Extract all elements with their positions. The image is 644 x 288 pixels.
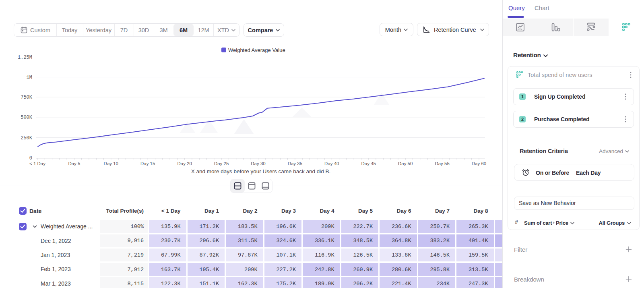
- svg-text:Day 30: Day 30: [251, 161, 265, 166]
- svg-text:Day 20: Day 20: [177, 161, 192, 166]
- svg-text:Day 35: Day 35: [288, 161, 302, 166]
- svg-text:1M: 1M: [27, 75, 32, 81]
- svg-text:250K: 250K: [21, 135, 33, 141]
- svg-text:Day 40: Day 40: [324, 161, 339, 166]
- svg-text:750K: 750K: [21, 95, 33, 100]
- svg-text:Day 60: Day 60: [472, 161, 486, 166]
- svg-text:Day 25: Day 25: [214, 161, 229, 166]
- svg-text:500K: 500K: [21, 115, 33, 120]
- svg-text:Day 15: Day 15: [140, 161, 155, 166]
- svg-text:0: 0: [29, 155, 32, 161]
- svg-text:Day 55: Day 55: [435, 161, 449, 166]
- svg-text:Day 45: Day 45: [361, 161, 376, 166]
- svg-text:< 1 Day: < 1 Day: [29, 161, 45, 166]
- svg-text:1.25M: 1.25M: [18, 55, 32, 60]
- svg-text:Day 50: Day 50: [398, 161, 413, 166]
- svg-text:Day 5: Day 5: [68, 161, 80, 166]
- svg-text:Day 10: Day 10: [104, 161, 118, 166]
